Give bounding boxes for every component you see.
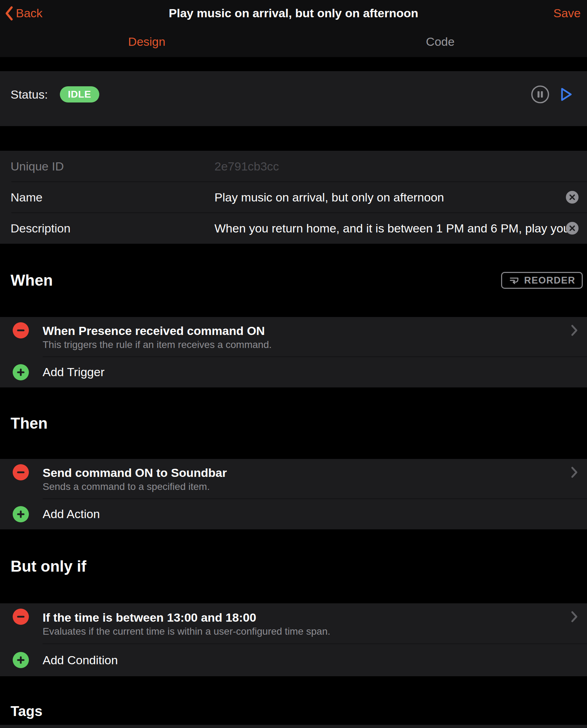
status-section: Status: IDLE: [0, 71, 587, 126]
description-field[interactable]: When you return home, and it is between …: [214, 222, 587, 235]
conditions-list: If the time is between 13:00 and 18:00 E…: [0, 603, 587, 676]
add-condition-label: Add Condition: [43, 653, 118, 667]
then-heading: Then: [11, 415, 48, 432]
trigger-title: When Presence received command ON: [43, 323, 587, 338]
description-row: Description When you return home, and it…: [0, 213, 587, 244]
navbar: Back Play music on arrival, but only on …: [0, 0, 587, 26]
triggers-list: When Presence received command ON This t…: [0, 317, 587, 387]
minus-icon: [17, 326, 25, 335]
status-badge: IDLE: [60, 86, 99, 102]
minus-icon: [17, 468, 25, 477]
clear-icon: [566, 222, 579, 235]
rule-form: Unique ID 2e791cb3cc Name Play music on …: [0, 151, 587, 244]
play-icon: [557, 86, 574, 103]
tab-design[interactable]: Design: [0, 26, 294, 57]
trigger-subtitle: This triggers the rule if an item receiv…: [43, 338, 587, 351]
plus-icon: [13, 364, 29, 380]
name-clear-button[interactable]: [566, 191, 579, 204]
description-clear-button[interactable]: [566, 222, 579, 235]
tags-section-header: Tags: [0, 676, 587, 725]
divider: [0, 126, 587, 151]
tab-bar: Design Code: [0, 26, 587, 57]
add-condition-row[interactable]: Add Condition: [0, 644, 587, 676]
reorder-button[interactable]: REORDER: [501, 272, 583, 289]
pause-button[interactable]: [531, 85, 550, 104]
when-section-header: When REORDER: [0, 244, 587, 317]
header: Back Play music on arrival, but only on …: [0, 0, 587, 57]
tab-code[interactable]: Code: [294, 26, 587, 57]
add-trigger-label: Add Trigger: [43, 365, 105, 379]
then-section-header: Then: [0, 387, 587, 459]
when-heading: When: [11, 272, 53, 289]
clear-icon: [566, 191, 579, 204]
plus-icon: [13, 506, 29, 522]
page-title: Play music on arrival, but only on after…: [0, 6, 587, 20]
description-value: When you return home, and it is between …: [214, 222, 574, 235]
chevron-right-icon: [570, 610, 578, 623]
add-action-label: Add Action: [43, 507, 100, 521]
reorder-icon: [508, 275, 520, 286]
pause-icon: [531, 85, 550, 104]
name-field[interactable]: Play music on arrival, but only on after…: [214, 191, 587, 204]
actions-list: Send command ON to Soundbar Sends a comm…: [0, 459, 587, 529]
remove-trigger-button[interactable]: [13, 322, 29, 338]
name-row: Name Play music on arrival, but only on …: [0, 182, 587, 213]
chevron-right-icon: [570, 466, 578, 479]
add-trigger-row[interactable]: Add Trigger: [0, 357, 587, 387]
minus-icon: [17, 612, 25, 621]
tags-section-top-edge: [0, 725, 587, 728]
condition-title: If the time is between 13:00 and 18:00: [43, 610, 587, 625]
description-label: Description: [11, 222, 214, 235]
save-button[interactable]: Save: [554, 0, 581, 26]
rule-run-controls: [531, 85, 574, 104]
run-button[interactable]: [557, 86, 574, 103]
remove-action-button[interactable]: [13, 464, 29, 480]
unique-id-label: Unique ID: [11, 160, 214, 173]
unique-id-row: Unique ID 2e791cb3cc: [0, 151, 587, 182]
tags-heading: Tags: [11, 703, 42, 719]
but-only-if-heading: But only if: [11, 558, 86, 575]
remove-condition-button[interactable]: [13, 609, 29, 625]
name-value: Play music on arrival, but only on after…: [214, 191, 444, 204]
action-title: Send command ON to Soundbar: [43, 465, 587, 480]
status-label: Status:: [11, 88, 48, 101]
condition-section-header: But only if: [0, 529, 587, 603]
action-subtitle: Sends a command to a specified item.: [43, 480, 587, 493]
rule-editor-screen: Back Play music on arrival, but only on …: [0, 0, 587, 728]
condition-row[interactable]: If the time is between 13:00 and 18:00 E…: [0, 603, 587, 644]
chevron-right-icon: [570, 324, 578, 337]
plus-icon: [13, 652, 29, 668]
unique-id-value: 2e791cb3cc: [214, 160, 587, 173]
condition-subtitle: Evaluates if the current time is within …: [43, 625, 587, 638]
reorder-label: REORDER: [524, 275, 575, 286]
name-label: Name: [11, 191, 214, 204]
action-row[interactable]: Send command ON to Soundbar Sends a comm…: [0, 459, 587, 499]
trigger-row[interactable]: When Presence received command ON This t…: [0, 317, 587, 357]
divider: [0, 57, 587, 71]
add-action-row[interactable]: Add Action: [0, 499, 587, 529]
